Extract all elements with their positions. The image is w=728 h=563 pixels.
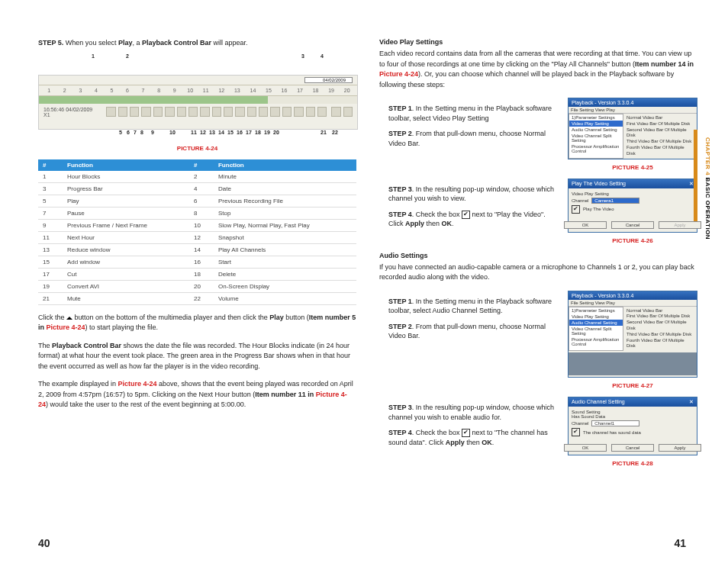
table-row: 9Previous Frame / Next Frame10Slow Play,… xyxy=(38,219,356,231)
table-row: 15Add window16Start xyxy=(38,256,356,268)
callouts-top: 1 2 3 4 xyxy=(38,53,356,61)
page-number-left: 40 xyxy=(38,537,50,549)
function-table: # Function # Function 1Hour Blocks2Minut… xyxy=(38,159,356,305)
table-row: 17Cut18Delete xyxy=(38,268,356,280)
add-icon xyxy=(259,107,268,117)
up-triangle-icon xyxy=(66,314,72,320)
video-step-1: STEP 1. In the Setting menu in the Playb… xyxy=(379,104,556,123)
video-intro: Each video record contains data from all… xyxy=(379,49,697,90)
progress-bar xyxy=(39,96,357,104)
table-row: 1Hour Blocks2Minute xyxy=(38,171,356,183)
heading-video-play-settings: Video Play Settings xyxy=(379,38,697,46)
snapshot-icon xyxy=(224,107,233,117)
step-5-line: STEP 5. When you select Play, a Playback… xyxy=(38,38,356,49)
chapter-tab-label: CHAPTER 4 BASIC OPERATION xyxy=(704,137,711,240)
checkbox-icon: ✔ xyxy=(462,429,470,437)
video-steps-block-1: STEP 1. In the Setting menu in the Playb… xyxy=(379,98,697,171)
apply-button: Apply xyxy=(659,444,701,452)
close-icon: ✕ xyxy=(689,399,694,405)
audio-steps-block-2: STEP 3. In the resulting pop-up window, … xyxy=(379,397,697,467)
cancel-button: Cancel xyxy=(611,221,654,229)
date-box: 04/02/2009 xyxy=(304,77,353,83)
callouts-bottom: 5 6 7 8 9 10 11 12 13 14 15 16 17 18 19 … xyxy=(38,130,356,140)
delete-icon xyxy=(294,107,303,117)
figure-4-25: Playback - Version 3.3.0.4 File Setting … xyxy=(568,98,697,171)
document-spread: STEP 5. When you select Play, a Playback… xyxy=(0,0,728,563)
figure-4-28: Audio Channel Setting✕ Sound Setting Has… xyxy=(568,397,697,467)
audio-step-2: STEP 2. From that pull-down menu, choose… xyxy=(379,322,556,341)
heading-audio-settings: Audio Settings xyxy=(379,252,697,259)
start-icon xyxy=(270,107,279,117)
hour-row: 1 2 3 4 5 6 7 8 9 10 11 12 13 14 15 16 1… xyxy=(39,85,357,96)
status-text: 16:56:46 04/02/2009 X1 xyxy=(43,107,97,117)
cut-icon xyxy=(282,107,292,117)
play-icon xyxy=(106,107,115,117)
para-playback-bar: The Playback Control Bar shows the date … xyxy=(38,341,356,372)
figure-caption-4-24: PICTURE 4-24 xyxy=(38,145,356,152)
playback-bar-figure: 04/02/2009 1 2 3 4 5 6 7 8 9 10 11 12 13… xyxy=(38,75,358,130)
table-row: 13Reduce window14Play All Channels xyxy=(38,243,356,256)
para-click-play: Click the button on the bottom of the mu… xyxy=(38,313,356,333)
figure-4-26: Play The Video Setting✕ Video Play Setti… xyxy=(568,179,697,244)
next-hour-icon xyxy=(212,107,221,117)
table-row: 7Pause8Stop xyxy=(38,207,356,219)
stop-icon xyxy=(141,107,150,117)
page-right: Video Play Settings Each video record co… xyxy=(379,38,697,540)
reduce-icon xyxy=(235,107,244,117)
fast-icon xyxy=(200,107,209,117)
ok-button: OK xyxy=(564,221,607,229)
apply-button: Apply xyxy=(659,221,701,229)
table-row: 5Play6Previous Recording File xyxy=(38,195,356,207)
volume-icon xyxy=(343,107,353,117)
table-row: 3Progress Bar4Date xyxy=(38,182,356,195)
table-row: 19Convert AVI20On-Screen Display xyxy=(38,280,356,292)
control-row: 16:56:46 04/02/2009 X1 xyxy=(39,104,357,121)
page-left: STEP 5. When you select Play, a Playback… xyxy=(38,38,356,540)
video-steps-block-2: STEP 3. In the resulting pop-up window, … xyxy=(379,179,697,244)
slow-icon xyxy=(177,107,186,117)
audio-step-3: STEP 3. In the resulting pop-up window, … xyxy=(379,403,556,422)
audio-steps-block-1: STEP 1. In the Setting menu in the Playb… xyxy=(379,291,697,390)
cancel-button: Cancel xyxy=(611,444,654,452)
table-row: 21Mute22Volume xyxy=(38,292,356,304)
ok-button: OK xyxy=(564,444,607,452)
video-step-4: STEP 4. Check the box ✔ next to "Play th… xyxy=(379,210,556,229)
page-number-right: 41 xyxy=(674,537,686,549)
play-all-icon xyxy=(247,107,256,117)
chapter-tab-bar xyxy=(694,130,697,221)
preview-thumbnail xyxy=(569,352,697,375)
video-step-2: STEP 2. From that pull-down menu, choose… xyxy=(379,129,556,148)
mute-icon xyxy=(331,107,340,117)
figure-4-27: Playback - Version 3.3.0.4 File Setting … xyxy=(568,291,697,390)
normal-icon xyxy=(188,107,198,117)
step-5-label: STEP 5. xyxy=(38,39,63,47)
audio-intro: If you have connected an audio-capable c… xyxy=(379,262,697,283)
para-example: The example displayed in Picture 4-24 ab… xyxy=(38,379,356,410)
osd-icon xyxy=(317,107,327,117)
video-step-3: STEP 3. In the resulting pop-up window, … xyxy=(379,185,556,204)
table-row: 11Next Hour12Snapshot xyxy=(38,231,356,243)
avi-icon xyxy=(306,107,315,117)
pause-icon xyxy=(130,107,139,117)
audio-step-4: STEP 4. Check the box ✔ next to "The cha… xyxy=(379,428,556,447)
prev-icon xyxy=(118,107,127,117)
frame-next-icon xyxy=(165,107,174,117)
checkbox-icon: ✔ xyxy=(462,211,470,219)
audio-step-1: STEP 1. In the Setting menu in the Playb… xyxy=(379,297,556,316)
frame-prev-icon xyxy=(153,107,163,117)
